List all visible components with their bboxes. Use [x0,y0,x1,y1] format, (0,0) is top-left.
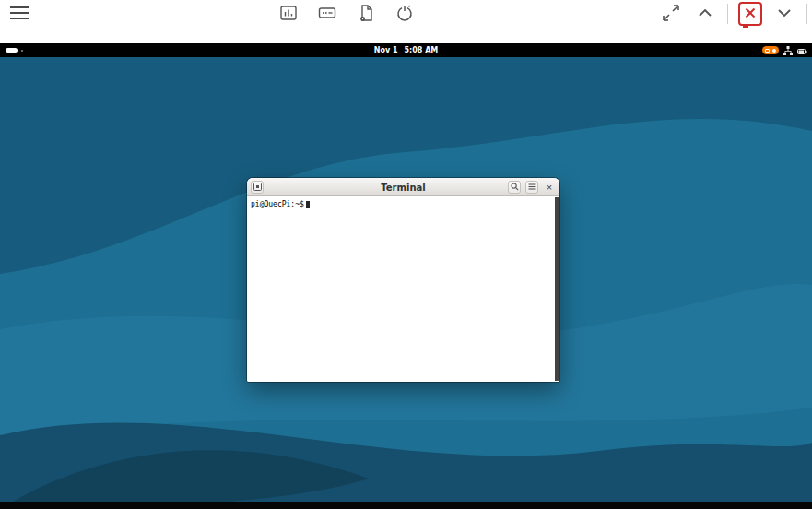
titlebar-buttons: × [508,181,556,194]
terminal-cursor [306,201,310,208]
usage-stats-button[interactable] [277,2,300,26]
hamburger-icon [9,6,29,23]
toolbar-center-group [277,2,417,26]
serial-console-icon [318,4,336,25]
chevron-up-icon [695,3,715,26]
terminal-menu-button[interactable] [525,181,538,194]
date-label: Nov 1 [374,46,398,54]
camera-dot-icon [772,49,776,53]
clock-calendar-button[interactable]: Nov 1 5:08 AM [0,43,812,57]
power-cycle-button[interactable] [393,2,417,26]
terminal-close-button[interactable]: × [543,181,556,194]
serial-console-button[interactable] [315,2,339,26]
terminal-title: Terminal [381,178,425,196]
file-transfer-button[interactable] [354,2,378,26]
disconnect-button[interactable] [738,2,762,26]
toolbar-divider [727,4,728,24]
hamburger-icon [528,180,536,194]
file-document-icon [357,4,375,25]
battery-icon [797,43,807,59]
remote-desktop-view[interactable]: Nov 1 5:08 AM [0,43,812,509]
terminal-scrollbar[interactable] [555,197,559,381]
screen-share-indicator [762,46,779,54]
menu-button[interactable] [7,2,31,26]
usage-chart-icon [279,4,298,25]
terminal-titlebar[interactable]: Terminal [247,178,559,196]
viewer-window: Nov 1 5:08 AM [0,0,812,509]
more-options-button[interactable] [772,2,796,26]
window-icon [253,180,262,194]
terminal-search-button[interactable] [508,181,521,194]
search-icon [511,180,519,194]
wired-network-icon [783,43,793,59]
collapse-toolbar-button[interactable] [693,2,717,26]
viewer-toolbar [0,0,812,28]
terminal-window: Terminal [247,178,559,382]
toolbar-edge-divider [806,4,807,24]
close-icon: × [547,182,552,193]
fullscreen-button[interactable] [659,2,683,26]
power-cycle-icon [395,4,414,25]
gnome-top-bar: Nov 1 5:08 AM [0,43,812,57]
fullscreen-expand-icon [660,2,682,27]
toolbar-right-group [659,2,807,26]
system-status-area[interactable] [762,43,807,57]
gnome-bottom-bar [0,502,812,509]
display-disconnect-x-icon [744,6,757,22]
chevron-down-icon [774,3,794,26]
terminal-prompt: pi@QuecPi:~$ [251,200,304,208]
screen-glyph-icon [765,49,770,53]
terminal-window-menu-button[interactable] [251,181,264,194]
time-label: 5:08 AM [404,46,438,54]
terminal-content[interactable]: pi@QuecPi:~$ [247,197,559,382]
